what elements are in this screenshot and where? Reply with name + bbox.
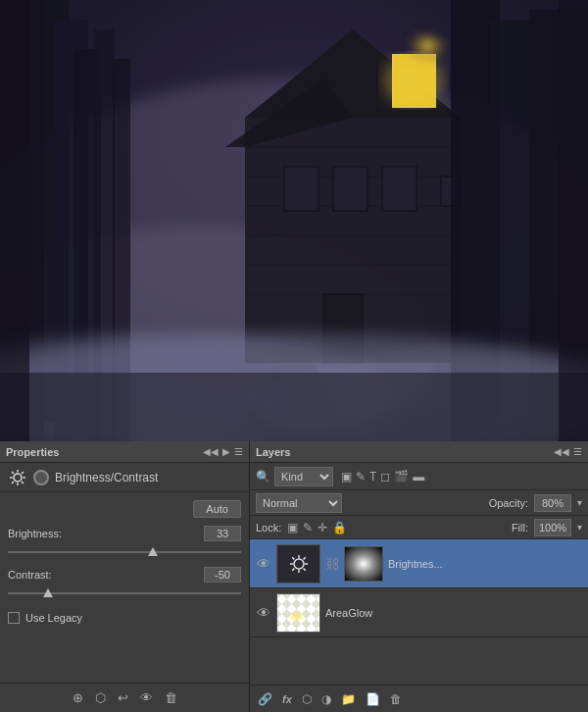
properties-panel-header: Properties ◀◀ ▶ ☰ [0, 441, 249, 463]
contrast-label: Contrast: [8, 569, 52, 581]
layer-name: AreaGlow [325, 607, 582, 619]
svg-line-46 [22, 472, 24, 474]
panel-menu-icon[interactable]: ☰ [234, 446, 243, 457]
lock-transparent-icon[interactable]: ▣ [287, 521, 298, 534]
use-legacy-checkbox[interactable] [8, 612, 20, 624]
collapse-left-icon[interactable]: ◀◀ [203, 446, 219, 457]
svg-line-53 [292, 557, 294, 559]
brightness-label: Brightness: [8, 528, 62, 539]
smart-filter-icon[interactable]: 🎬 [394, 470, 409, 483]
filter-icons: ▣ ✎ T ◻ 🎬 ▬ [341, 470, 424, 483]
svg-line-44 [12, 472, 14, 474]
expand-right-icon[interactable]: ▶ [222, 446, 230, 457]
fill-label: Fill: [512, 522, 528, 534]
blend-mode-select[interactable]: Normal [256, 493, 342, 513]
lock-label: Lock: [256, 522, 281, 534]
layers-footer: 🔗 fx ⬡ ◑ 📁 📄 🗑 [250, 685, 588, 712]
adjustment-title: Brightness/Contrast [55, 471, 158, 484]
brightness-row: Brightness: [8, 526, 241, 559]
curve-icon[interactable]: ↩ [118, 690, 128, 705]
link-icon[interactable]: 🔗 [258, 692, 272, 706]
svg-line-47 [12, 482, 14, 483]
layer-mask-thumb [344, 546, 383, 582]
layer-thumb-areaglow [276, 593, 320, 633]
layers-search-row: 🔍 Kind ▣ ✎ T ◻ 🎬 ▬ [250, 463, 588, 490]
adjustment-filter-icon[interactable]: ✎ [356, 470, 366, 483]
layers-title: Layers [256, 446, 290, 458]
fx-icon[interactable]: fx [282, 693, 292, 705]
svg-point-39 [14, 474, 22, 482]
layer-chain-icon: ⛓ [325, 556, 339, 572]
main-canvas [0, 0, 588, 441]
blend-mode-row: Normal Opacity: ▾ [250, 490, 588, 516]
layer-visibility-icon[interactable]: 👁 [256, 605, 271, 621]
brightness-slider-thumb[interactable] [148, 547, 158, 556]
layers-header-icons: ◀◀ ☰ [554, 446, 582, 457]
search-icon: 🔍 [256, 470, 270, 483]
lock-all-icon[interactable]: 🔒 [332, 521, 347, 534]
contrast-row: Contrast: [8, 567, 241, 600]
add-mask-icon[interactable]: ⬡ [302, 692, 312, 706]
use-legacy-row: Use Legacy [8, 612, 241, 624]
brightness-label-row: Brightness: [8, 526, 241, 541]
svg-line-45 [22, 482, 24, 483]
brightness-contrast-icon [8, 468, 27, 487]
adjustment-icon[interactable]: ◑ [321, 692, 331, 706]
layers-collapse-icon[interactable]: ◀◀ [554, 446, 569, 457]
contrast-slider-thumb[interactable] [43, 588, 53, 597]
layers-panel: Layers ◀◀ ☰ 🔍 Kind ▣ ✎ T ◻ 🎬 ▬ [250, 441, 588, 712]
layers-list: 👁 ⛓ [250, 539, 588, 685]
properties-header-icons: ◀◀ ▶ ☰ [203, 446, 243, 457]
layer-item[interactable]: 👁 AreaGlow [250, 588, 588, 637]
eye-icon[interactable]: 👁 [140, 690, 153, 705]
layers-header: Layers ◀◀ ☰ [250, 441, 588, 463]
brightness-slider-track[interactable] [8, 545, 241, 559]
delete-layer-icon[interactable]: 🗑 [390, 692, 402, 706]
svg-rect-38 [0, 0, 588, 441]
properties-footer: ⊕ ⬡ ↩ 👁 🗑 [0, 683, 249, 712]
layers-menu-icon[interactable]: ☰ [573, 446, 582, 457]
shape-filter-icon[interactable]: ◻ [380, 470, 390, 483]
svg-line-54 [303, 568, 305, 570]
contrast-slider-track[interactable] [8, 586, 241, 600]
layer-name: Brightnes... [388, 558, 582, 570]
kind-select[interactable]: Kind [274, 467, 333, 486]
contrast-slider-line [8, 592, 241, 594]
svg-line-55 [303, 557, 305, 559]
group-icon[interactable]: 📁 [341, 692, 356, 706]
properties-content: Auto Brightness: Contrast: [0, 492, 249, 683]
opacity-dropdown-icon[interactable]: ▾ [577, 497, 582, 508]
brightness-value-input[interactable] [204, 526, 241, 541]
opacity-input[interactable] [534, 494, 571, 512]
svg-line-56 [292, 568, 294, 570]
properties-title: Properties [6, 446, 59, 458]
properties-subheader: Brightness/Contrast [0, 463, 249, 492]
auto-row: Auto [8, 500, 241, 518]
mask-icon[interactable]: ⬡ [95, 690, 106, 705]
type-filter-icon[interactable]: T [369, 470, 376, 483]
extra-filter-icon[interactable]: ▬ [413, 470, 424, 483]
layers-footer-left-icons: 🔗 fx ⬡ ◑ 📁 📄 🗑 [258, 692, 402, 706]
brightness-slider-line [8, 551, 241, 553]
svg-point-48 [294, 559, 304, 569]
properties-panel: Properties ◀◀ ▶ ☰ [0, 441, 250, 712]
lock-icons: ▣ ✎ ✛ 🔒 [287, 521, 347, 534]
contrast-value-input[interactable] [204, 567, 241, 583]
trash-icon[interactable]: 🗑 [165, 690, 177, 705]
layer-visibility-icon[interactable]: 👁 [256, 556, 271, 572]
layer-item[interactable]: 👁 ⛓ [250, 539, 588, 588]
layer-thumb-adjustment [276, 544, 320, 584]
auto-button[interactable]: Auto [193, 500, 241, 518]
use-legacy-label: Use Legacy [25, 612, 82, 624]
fill-dropdown-icon[interactable]: ▾ [577, 522, 582, 533]
layer-circle-icon [33, 470, 49, 485]
add-layer-icon[interactable]: ⊕ [73, 690, 83, 705]
lock-position-icon[interactable]: ✛ [318, 521, 327, 534]
new-layer-icon[interactable]: 📄 [366, 692, 380, 706]
fill-input[interactable] [534, 519, 571, 536]
pixel-filter-icon[interactable]: ▣ [341, 470, 352, 483]
contrast-label-row: Contrast: [8, 567, 241, 583]
lock-pixels-icon[interactable]: ✎ [303, 521, 313, 534]
lock-row: Lock: ▣ ✎ ✛ 🔒 Fill: ▾ [250, 516, 588, 539]
opacity-label: Opacity: [489, 497, 528, 509]
